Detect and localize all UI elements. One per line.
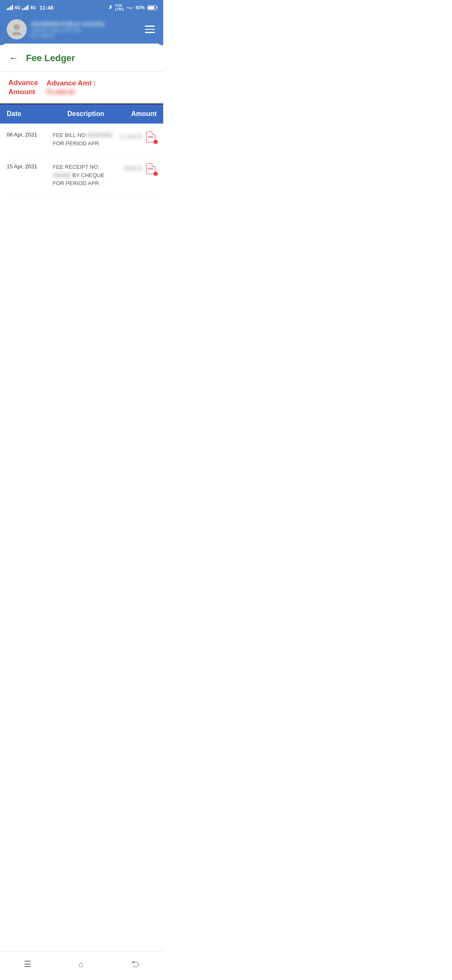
row-1-date: 06 Apr, 2021 xyxy=(7,131,53,139)
bluetooth-icon: ✗ xyxy=(108,5,113,10)
pdf-label: PDF xyxy=(148,136,153,138)
battery-icon xyxy=(147,5,157,10)
advance-amount-label: Advance Amount xyxy=(8,78,38,97)
page-header: ← Fee Ledger xyxy=(0,44,163,72)
column-description-header: Description xyxy=(53,110,119,118)
svg-point-0 xyxy=(14,24,20,30)
column-amount-header: Amount xyxy=(119,110,157,118)
back-arrow-icon: ← xyxy=(9,53,18,64)
row-2-description: FEE RECEIPT NO XXXXX BY CHEQUE FOR PERIO… xyxy=(53,163,119,188)
status-bar: 4G 4G 11:48 ✗ VOLLTE1 ⋅⍀⋅ 93% xyxy=(0,0,163,15)
row-1-description: FEE BILL NO XXXXXXX FOR PERIOD APR xyxy=(53,131,119,147)
row-2-date: 15 Apr, 2021 xyxy=(7,163,53,170)
row-1-pdf-button[interactable]: PDF xyxy=(145,131,157,143)
school-info: ADAMSON PUBLIC SCHOOL 1 BLOCK, DELHI PIN… xyxy=(7,19,105,39)
school-text: ADAMSON PUBLIC SCHOOL 1 BLOCK, DELHI PIN… xyxy=(31,21,105,38)
advance-amt-block: Advance Amt : ₹1,000.00 xyxy=(46,79,96,96)
row-1-bill-no: XXXXXXX xyxy=(87,132,113,138)
page-title: Fee Ledger xyxy=(26,53,75,64)
column-date-header: Date xyxy=(7,110,53,118)
school-header: ADAMSON PUBLIC SCHOOL 1 BLOCK, DELHI PIN… xyxy=(0,15,163,45)
row-2-pdf-button[interactable]: PDF xyxy=(145,163,157,175)
school-name: ADAMSON PUBLIC SCHOOL xyxy=(31,21,105,27)
time-display: 11:48 xyxy=(39,5,53,11)
hamburger-line-2 xyxy=(145,29,155,30)
advance-amount-section: Advance Amount Advance Amt : ₹1,000.00 xyxy=(0,72,163,104)
school-phone: 011-1100 01 xyxy=(31,34,105,38)
table-body: 06 Apr, 2021 FEE BILL NO XXXXXXX FOR PER… xyxy=(0,124,163,196)
table-row: 06 Apr, 2021 FEE BILL NO XXXXXXX FOR PER… xyxy=(7,124,157,155)
row-1-amount-col: ₹1,000.00 PDF xyxy=(119,131,157,143)
row-1-amount: ₹1,000.00 xyxy=(119,134,142,140)
main-content: ← Fee Ledger Advance Amount Advance Amt … xyxy=(0,44,163,196)
lte-label: VOLLTE1 xyxy=(115,4,124,11)
school-address: 1 BLOCK, DELHI PIN: 000 xyxy=(31,28,105,33)
wifi-icon: ⋅⍀⋅ xyxy=(126,5,133,11)
advance-amt-label: Advance Amt : xyxy=(46,79,96,88)
advance-amt-value: ₹1,000.00 xyxy=(46,88,96,96)
battery-percent: 93% xyxy=(136,5,145,10)
row-2-amount: ₹999.00 xyxy=(123,166,142,172)
signal-bars-2 xyxy=(22,5,28,10)
hamburger-line-3 xyxy=(145,32,155,33)
pdf-download-dot-2 xyxy=(154,172,158,176)
status-right: ✗ VOLLTE1 ⋅⍀⋅ 93% xyxy=(108,4,157,11)
back-button[interactable]: ← xyxy=(7,52,21,64)
signal-bars-1 xyxy=(7,5,13,10)
pdf-label-2: PDF xyxy=(148,168,153,170)
school-logo xyxy=(7,19,27,39)
table-header: Date Description Amount xyxy=(0,104,163,124)
table-row: 15 Apr, 2021 FEE RECEIPT NO XXXXX BY CHE… xyxy=(7,155,157,196)
row-2-receipt-no: XXXXX xyxy=(53,172,71,178)
signal-1-label: 4G xyxy=(15,5,21,10)
hamburger-line-1 xyxy=(145,26,155,27)
row-2-amount-col: ₹999.00 PDF xyxy=(119,163,157,175)
status-left: 4G 4G 11:48 xyxy=(7,5,54,11)
pdf-download-dot xyxy=(154,140,158,144)
hamburger-menu-button[interactable] xyxy=(143,24,157,35)
signal-2-label: 4G xyxy=(30,5,36,10)
